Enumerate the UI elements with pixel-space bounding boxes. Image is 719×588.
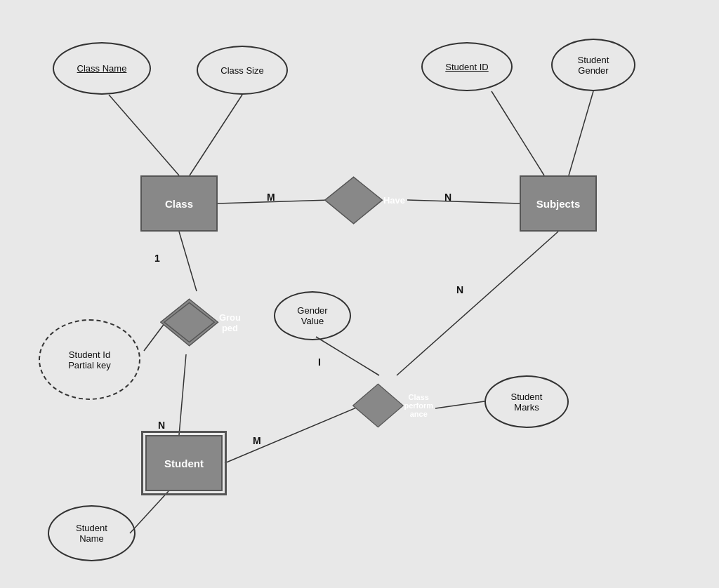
svg-line-12: [316, 337, 379, 375]
class-label: Class: [165, 198, 193, 210]
cardinality-m1: M: [267, 192, 275, 203]
have-diamond: Have: [324, 167, 405, 234]
svg-line-7: [179, 354, 186, 435]
subjects-label: Subjects: [536, 198, 581, 210]
have-label: Have: [383, 195, 405, 206]
student-name-label: StudentName: [76, 523, 107, 544]
gender-value-label: GenderValue: [297, 305, 327, 326]
svg-line-10: [225, 407, 358, 463]
student-marks-ellipse: StudentMarks: [484, 375, 569, 428]
student-id-partial-ellipse: Student IdPartial key: [39, 319, 140, 400]
gender-value-ellipse: GenderValue: [274, 291, 351, 340]
student-marks-label: StudentMarks: [511, 392, 543, 413]
svg-line-11: [435, 401, 484, 408]
cardinality-i1: I: [318, 356, 321, 368]
svg-line-0: [109, 95, 179, 175]
student-id-ellipse: Student ID: [421, 42, 513, 91]
student-id-partial-label: Student IdPartial key: [68, 349, 111, 370]
student-id-label: Student ID: [445, 62, 488, 72]
svg-line-13: [130, 491, 169, 533]
svg-line-9: [397, 232, 558, 375]
subjects-entity: Subjects: [520, 175, 597, 232]
cardinality-n3: N: [158, 420, 165, 431]
class-performance-label: Classperformance: [404, 393, 433, 418]
cardinality-one1: 1: [154, 253, 160, 264]
svg-line-3: [407, 200, 520, 203]
svg-line-1: [190, 95, 242, 175]
cardinality-m2: M: [253, 435, 261, 446]
class-entity: Class: [140, 175, 218, 232]
svg-marker-15: [161, 299, 218, 345]
cardinality-n1: N: [444, 192, 451, 203]
svg-line-5: [569, 91, 593, 175]
class-name-label: Class Name: [77, 63, 127, 74]
grouped-label: Grouped: [219, 312, 241, 333]
cardinality-n2: N: [456, 284, 463, 295]
class-size-label: Class Size: [220, 65, 263, 76]
student-gender-ellipse: StudentGender: [551, 39, 635, 91]
student-label: Student: [164, 457, 204, 469]
svg-marker-17: [353, 384, 404, 427]
svg-line-6: [179, 232, 197, 291]
svg-marker-14: [325, 177, 383, 223]
student-name-ellipse: StudentName: [48, 505, 136, 561]
class-size-ellipse: Class Size: [197, 46, 288, 95]
class-name-ellipse: Class Name: [53, 42, 151, 95]
grouped-diamond: Grouped: [160, 289, 241, 356]
er-diagram: Class Name Class Size Student ID Student…: [0, 0, 719, 588]
student-entity: Student: [145, 435, 223, 491]
svg-line-4: [492, 91, 544, 175]
class-performance-diamond: Classperformance: [352, 370, 433, 441]
student-gender-label: StudentGender: [578, 55, 609, 76]
